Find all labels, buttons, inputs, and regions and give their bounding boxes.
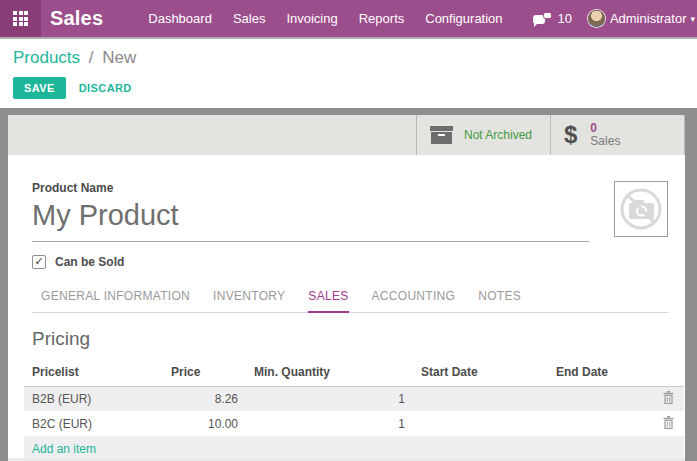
tab-general-information[interactable]: GENERAL INFORMATION xyxy=(41,284,190,313)
messages-icon[interactable] xyxy=(533,12,552,26)
main-area: Not Archived $ 0 Sales xyxy=(0,108,697,461)
cell-pricelist[interactable]: B2C (EUR) xyxy=(24,411,163,436)
menu-item-reports[interactable]: Reports xyxy=(359,11,405,26)
breadcrumb-separator: / xyxy=(89,48,94,67)
sales-stat-label: Sales xyxy=(590,135,620,148)
not-archived-button[interactable]: Not Archived xyxy=(416,115,550,155)
product-form-sheet: Not Archived $ 0 Sales xyxy=(8,115,685,461)
archive-box-icon xyxy=(430,126,453,144)
tab-notes[interactable]: NOTES xyxy=(478,284,521,313)
cell-price[interactable]: 8.26 xyxy=(163,386,246,411)
cell-start-date[interactable] xyxy=(413,386,548,411)
dollar-icon: $ xyxy=(564,123,577,147)
tab-accounting[interactable]: ACCOUNTING xyxy=(372,284,456,313)
form-body: Product Name My Product Can be Sold GENE… xyxy=(8,155,685,461)
tab-inventory[interactable]: INVENTORY xyxy=(213,284,285,313)
user-avatar[interactable] xyxy=(588,10,605,27)
sales-stat-value: 0 xyxy=(590,122,620,135)
breadcrumb-current: New xyxy=(102,48,136,67)
not-archived-label: Not Archived xyxy=(464,128,532,142)
breadcrumb: Products / New xyxy=(13,48,697,68)
product-name-label: Product Name xyxy=(32,181,669,195)
tab-sales[interactable]: SALES xyxy=(308,284,348,313)
cell-end-date[interactable] xyxy=(548,411,653,436)
messages-count[interactable]: 10 xyxy=(557,11,571,26)
can-be-sold-row: Can be Sold xyxy=(32,255,669,269)
control-panel: Products / New SAVE DISCARD xyxy=(0,37,697,108)
pricing-row-b2c[interactable]: B2C (EUR) 10.00 1 xyxy=(24,411,684,436)
can-be-sold-label: Can be Sold xyxy=(55,255,124,269)
col-header-start-date[interactable]: Start Date xyxy=(413,360,548,387)
notebook-tabs: GENERAL INFORMATION INVENTORY SALES ACCO… xyxy=(32,284,669,313)
app-title[interactable]: Sales xyxy=(50,7,103,30)
stat-button-bar: Not Archived $ 0 Sales xyxy=(8,115,685,155)
menu-item-dashboard[interactable]: Dashboard xyxy=(148,11,212,26)
can-be-sold-checkbox[interactable] xyxy=(32,255,46,269)
cell-start-date[interactable] xyxy=(413,411,548,436)
delete-row-icon[interactable] xyxy=(663,416,674,429)
breadcrumb-products-link[interactable]: Products xyxy=(13,48,80,67)
menu-item-configuration[interactable]: Configuration xyxy=(425,11,502,26)
product-name-input[interactable]: My Product xyxy=(32,195,589,242)
col-header-min-quantity[interactable]: Min. Quantity xyxy=(246,360,413,387)
discard-button[interactable]: DISCARD xyxy=(79,82,132,94)
col-header-price[interactable]: Price xyxy=(163,360,246,387)
delete-row-icon[interactable] xyxy=(663,391,674,404)
cell-min-quantity[interactable]: 1 xyxy=(246,386,413,411)
menu-item-invoicing[interactable]: Invoicing xyxy=(286,11,337,26)
add-an-item-link[interactable]: Add an item xyxy=(32,442,96,456)
apps-menu-button[interactable] xyxy=(0,0,41,37)
sales-stat-button[interactable]: $ 0 Sales xyxy=(550,115,684,155)
pricing-section-title: Pricing xyxy=(32,328,669,350)
pricing-header-row: Pricelist Price Min. Quantity Start Date… xyxy=(24,360,684,387)
save-button[interactable]: SAVE xyxy=(13,77,66,99)
pricing-table: Pricelist Price Min. Quantity Start Date… xyxy=(24,360,684,461)
navbar-right: 10 Administrator ▾ xyxy=(533,10,697,27)
user-menu[interactable]: Administrator xyxy=(610,11,687,26)
pricing-row-b2b[interactable]: B2B (EUR) 8.26 1 xyxy=(24,386,684,411)
apps-grid-icon xyxy=(13,11,28,26)
form-action-buttons: SAVE DISCARD xyxy=(13,77,697,99)
col-header-end-date[interactable]: End Date xyxy=(548,360,653,387)
col-header-pricelist[interactable]: Pricelist xyxy=(24,360,163,387)
menu-item-sales[interactable]: Sales xyxy=(233,11,266,26)
main-menu: Dashboard Sales Invoicing Reports Config… xyxy=(148,11,502,26)
cell-price[interactable]: 10.00 xyxy=(163,411,246,436)
user-menu-caret-icon[interactable]: ▾ xyxy=(690,14,695,24)
cell-end-date[interactable] xyxy=(548,386,653,411)
top-navbar: Sales Dashboard Sales Invoicing Reports … xyxy=(0,0,697,37)
cell-pricelist[interactable]: B2B (EUR) xyxy=(24,386,163,411)
product-image-placeholder[interactable] xyxy=(614,181,668,237)
no-camera-icon xyxy=(615,182,667,236)
cell-min-quantity[interactable]: 1 xyxy=(246,411,413,436)
